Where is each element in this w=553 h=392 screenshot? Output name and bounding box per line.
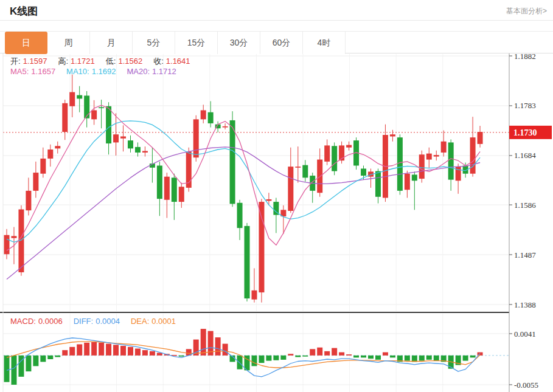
macd-hist-bar bbox=[346, 354, 352, 356]
interval-tabbar: 日周月5分15分30分60分4时 bbox=[0, 31, 553, 53]
price-axis-label: 1.1684 bbox=[514, 151, 536, 160]
candle-body bbox=[295, 167, 301, 168]
tab-month[interactable]: 月 bbox=[90, 32, 133, 54]
macd-hist-bar bbox=[251, 356, 257, 366]
macd-hist-bar bbox=[142, 350, 148, 356]
macd-hist-bar bbox=[113, 345, 119, 356]
macd-hist-bar bbox=[135, 349, 141, 356]
tab-day[interactable]: 日 bbox=[5, 32, 47, 54]
candle-body bbox=[91, 110, 97, 119]
candle-body bbox=[419, 154, 425, 179]
macd-hist-bar bbox=[4, 356, 10, 382]
candle-body bbox=[441, 142, 447, 153]
candle-body bbox=[120, 136, 126, 138]
candle-body bbox=[157, 165, 162, 199]
candle-body bbox=[128, 140, 133, 148]
macd-hist-bar bbox=[419, 356, 425, 361]
tab-5min[interactable]: 5分 bbox=[133, 32, 175, 54]
candle-body bbox=[172, 177, 177, 202]
macd-hist-bar bbox=[390, 356, 395, 358]
candle-body bbox=[106, 106, 111, 143]
macd-hist-bar bbox=[463, 356, 468, 361]
macd-hist-bar bbox=[223, 344, 228, 356]
tab-week[interactable]: 周 bbox=[47, 32, 90, 54]
ma20-line bbox=[7, 147, 480, 280]
macd-hist-bar bbox=[84, 343, 89, 356]
candle-body bbox=[230, 120, 235, 204]
macd-hist-bar bbox=[426, 356, 432, 360]
macd-hist-bar bbox=[332, 348, 337, 356]
macd-hist-bar bbox=[179, 356, 184, 357]
macd-hist-bar bbox=[280, 356, 286, 360]
kline-chart-canvas[interactable]: 1.18821.17831.16841.15861.14871.13880.00… bbox=[0, 0, 553, 392]
candle-body bbox=[478, 132, 483, 144]
kline-module: 1.18821.17831.16841.15861.14871.13880.00… bbox=[0, 0, 553, 392]
price-axis-label: 1.1388 bbox=[514, 300, 536, 309]
macd-hist-bar bbox=[128, 347, 133, 356]
candle-body bbox=[346, 145, 352, 148]
macd-hist-bar bbox=[317, 348, 322, 356]
macd-hist-bar bbox=[201, 329, 206, 356]
candle-body bbox=[390, 134, 395, 136]
macd-hist-bar bbox=[215, 337, 221, 356]
macd-hist-bar bbox=[47, 356, 53, 359]
candle-body bbox=[55, 146, 60, 148]
candle-body bbox=[84, 95, 89, 118]
macd-hist-bar bbox=[470, 356, 476, 358]
candle-body bbox=[397, 137, 403, 191]
macd-hist-bar bbox=[237, 356, 243, 370]
candle-body bbox=[426, 154, 432, 160]
candle-body bbox=[179, 187, 184, 202]
candle-body bbox=[208, 112, 214, 123]
macd-hist-bar bbox=[62, 350, 68, 356]
candle-body bbox=[47, 150, 53, 159]
macd-hist-bar bbox=[77, 345, 82, 356]
macd-hist-bar bbox=[69, 347, 75, 356]
macd-hist-bar bbox=[339, 352, 344, 356]
macd-hist-bar bbox=[33, 356, 38, 366]
candle-body bbox=[223, 126, 228, 128]
macd-hist-bar bbox=[11, 356, 16, 385]
macd-hist-bar bbox=[55, 356, 60, 357]
fundamental-analysis-link[interactable]: 基本面分析> bbox=[506, 6, 547, 16]
macd-hist-bar bbox=[150, 351, 155, 356]
candle-body bbox=[332, 146, 337, 171]
macd-hist-bar bbox=[91, 342, 97, 356]
macd-axis-label: 0.0041 bbox=[514, 329, 536, 339]
tab-30min[interactable]: 30分 bbox=[218, 32, 260, 54]
macd-hist-bar bbox=[106, 344, 111, 356]
candle-body bbox=[448, 142, 454, 179]
page-title: K线图 bbox=[10, 4, 38, 18]
candle-body bbox=[62, 103, 68, 132]
current-price-tag-value: 1.1730 bbox=[513, 128, 537, 137]
macd-hist-bar bbox=[120, 346, 126, 356]
tab-4hour[interactable]: 4时 bbox=[303, 32, 346, 54]
macd-hist-bar bbox=[40, 356, 46, 362]
price-axis-label: 1.1487 bbox=[514, 250, 536, 260]
candle-body bbox=[33, 173, 38, 191]
macd-hist-bar bbox=[383, 352, 388, 356]
candle-body bbox=[288, 167, 293, 211]
candle-body bbox=[40, 159, 46, 174]
candle-body bbox=[4, 235, 10, 254]
candle-body bbox=[361, 168, 366, 176]
macd-hist-bar bbox=[412, 356, 417, 362]
tab-60min[interactable]: 60分 bbox=[260, 32, 303, 54]
price-axis-label: 1.1783 bbox=[514, 101, 536, 110]
macd-axis-label: -0.0055 bbox=[514, 380, 538, 390]
candle-body bbox=[434, 155, 439, 156]
candle-body bbox=[26, 191, 31, 210]
macd-hist-bar bbox=[302, 356, 308, 357]
price-axis-label: 1.1586 bbox=[514, 201, 536, 210]
macd-hist-bar bbox=[310, 349, 315, 356]
candle-body bbox=[164, 177, 170, 200]
candle-body bbox=[470, 137, 476, 174]
tab-15min[interactable]: 15分 bbox=[175, 32, 218, 54]
candle-body bbox=[412, 174, 417, 181]
candle-body bbox=[259, 202, 264, 292]
candle-body bbox=[375, 171, 381, 197]
macd-hist-bar bbox=[353, 356, 359, 358]
candle-body bbox=[266, 199, 271, 201]
macd-hist-bar bbox=[295, 356, 301, 357]
macd-hist-bar bbox=[324, 351, 330, 356]
